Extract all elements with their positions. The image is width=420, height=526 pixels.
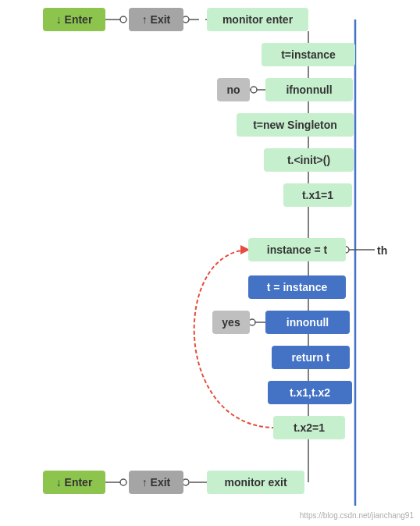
- exit-bot-node: ↑ Exit: [129, 471, 183, 494]
- svg-point-30: [251, 87, 257, 93]
- t-new-singleton-label: t=new Singleton: [253, 119, 337, 131]
- no-label: no: [226, 84, 240, 96]
- t-x1-1-node: t.x1=1: [283, 183, 352, 207]
- t-x1-x2-label: t.x1,t.x2: [290, 386, 330, 399]
- ifnonnull-label: ifnonnull: [286, 84, 332, 96]
- no-label-node: no: [217, 78, 250, 101]
- svg-point-25: [120, 16, 126, 23]
- monitor-exit-label: monitor exit: [224, 476, 287, 489]
- svg-point-31: [249, 319, 255, 325]
- t-x2-1-node: t.x2=1: [273, 416, 345, 439]
- t-new-singleton-node: t=new Singleton: [237, 113, 354, 137]
- monitor-enter-node: monitor enter: [207, 8, 308, 31]
- t-x2-1-label: t.x2=1: [294, 421, 325, 434]
- instance-t-label: instance = t: [267, 243, 327, 256]
- connector-lines: [0, 0, 420, 526]
- enter-top-label: ↓ Enter: [56, 13, 93, 26]
- t-instance2-node: t = instance: [248, 275, 346, 299]
- t-init-label: t.<init>(): [287, 154, 330, 166]
- yes-label: yes: [222, 316, 240, 329]
- enter-bot-label: ↓ Enter: [56, 476, 93, 489]
- th-label: th: [377, 244, 387, 257]
- svg-point-29: [183, 479, 189, 485]
- return-t-node: return t: [272, 346, 350, 369]
- svg-point-26: [183, 16, 189, 23]
- t-instance-node: t=instance: [262, 43, 355, 66]
- exit-top-node: ↑ Exit: [129, 8, 183, 31]
- enter-bot-node: ↓ Enter: [43, 471, 105, 494]
- t-x1-1-label: t.x1=1: [302, 189, 333, 201]
- t-instance-label: t=instance: [281, 48, 336, 61]
- enter-top-node: ↓ Enter: [43, 8, 105, 31]
- exit-top-label: ↑ Exit: [142, 13, 171, 26]
- yes-label-node: yes: [212, 311, 250, 334]
- t-init-node: t.<init>(): [264, 148, 354, 172]
- return-t-label: return t: [292, 351, 330, 364]
- instance-t-node: instance = t: [248, 238, 346, 261]
- exit-bot-label: ↑ Exit: [142, 476, 171, 489]
- ifnonnull-node: ifnonnull: [265, 78, 353, 101]
- innonull-label: innonull: [287, 316, 329, 329]
- flow-diagram: ↓ Enter ↑ Exit monitor enter t=instance …: [0, 0, 420, 526]
- svg-point-28: [120, 479, 126, 485]
- t-x1-x2-node: t.x1,t.x2: [268, 381, 352, 404]
- monitor-exit-node: monitor exit: [207, 471, 304, 494]
- watermark: https://blog.csdn.net/jianchang91: [300, 511, 414, 520]
- innonull-node: innonull: [265, 311, 350, 334]
- monitor-enter-label: monitor enter: [222, 13, 293, 26]
- t-instance2-label: t = instance: [267, 281, 327, 293]
